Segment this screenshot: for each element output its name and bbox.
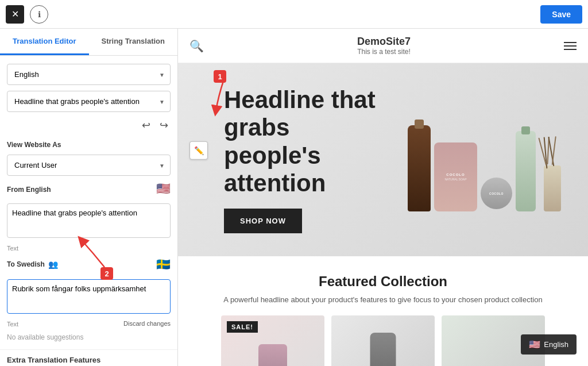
discard-changes-link[interactable]: Discard changes	[123, 320, 171, 327]
extra-features-header: Extra Translation Features	[0, 349, 177, 366]
product-reed-diffuser	[539, 142, 565, 211]
shop-now-button[interactable]: SHOP NOW	[224, 209, 302, 233]
product-card-2	[331, 315, 435, 366]
from-english-label: From English	[7, 186, 51, 194]
main-layout: Translation Editor String Translation En…	[0, 29, 588, 366]
edit-pencil-button[interactable]: ✏️	[189, 141, 208, 159]
site-title-block: DemoSite7 This is a test site!	[357, 36, 411, 56]
from-english-header: From English 🇺🇸	[7, 182, 171, 195]
language-flag-icon: 🇺🇸	[529, 339, 540, 350]
hero-products: COCOLO NATURAL SOAP COCOLO	[408, 108, 565, 211]
view-as-select-wrapper: Current User ▼	[7, 155, 171, 176]
language-switcher-button[interactable]: 🇺🇸 English	[521, 334, 577, 355]
right-content: 🔍 DemoSite7 This is a test site! 1	[178, 29, 588, 366]
hamburger-menu-icon[interactable]	[564, 42, 577, 50]
no-suggestions-text: No available suggestions	[7, 333, 171, 341]
close-button[interactable]: ✕	[6, 5, 24, 24]
hero-headline: Headline that grabspeople's attention	[224, 86, 408, 197]
undo-redo-controls: ↩ ↪	[7, 118, 171, 133]
featured-subtitle: A powerful headline about your product's…	[211, 295, 555, 304]
hamburger-line-3	[564, 49, 577, 50]
to-type-label: Text	[7, 321, 18, 328]
featured-title: Featured Collection	[189, 273, 577, 290]
left-panel: Translation Editor String Translation En…	[0, 29, 178, 366]
tab-translation-editor[interactable]: Translation Editor	[0, 29, 89, 55]
clear-bottle-cap	[521, 126, 530, 134]
hero-text: Headline that grabspeople's attention SH…	[212, 86, 408, 233]
from-english-textarea[interactable]	[7, 203, 171, 238]
language-button-label: English	[544, 340, 568, 349]
hamburger-line-1	[564, 42, 577, 43]
view-as-select[interactable]: Current User	[7, 155, 171, 176]
site-subtitle: This is a test site!	[357, 48, 411, 56]
hero-section: 1 ✏️ Headline that grabspeople's attenti…	[178, 63, 588, 256]
info-button[interactable]: ℹ	[30, 5, 48, 24]
product-jar-large: COCOLO NATURAL SOAP	[434, 142, 477, 211]
site-title: DemoSite7	[357, 36, 411, 48]
bottle-cap	[415, 120, 424, 129]
swedish-footer: Text Discard changes	[7, 319, 171, 328]
language-select[interactable]: English Swedish French German	[7, 64, 171, 85]
product-bottle-clear	[516, 131, 536, 211]
string-select-wrapper: Headline that grabs people's attention ▼	[7, 91, 171, 112]
product-grid: SALE!	[189, 315, 577, 366]
ai-icon: 👥	[48, 260, 58, 269]
panel-content: English Swedish French German ▼ Headline…	[0, 56, 177, 349]
product-bottle-tall	[408, 125, 431, 211]
view-as-label: View Website As	[7, 141, 171, 149]
tab-string-translation[interactable]: String Translation	[89, 29, 178, 55]
annotation-marker-1: 1	[214, 70, 226, 83]
top-bar: ✕ ℹ Save	[0, 0, 588, 29]
search-icon[interactable]: 🔍	[189, 39, 204, 53]
hamburger-line-2	[564, 45, 577, 47]
site-header: 🔍 DemoSite7 This is a test site!	[178, 29, 588, 63]
sale-badge: SALE!	[227, 321, 258, 333]
redo-button[interactable]: ↪	[157, 118, 171, 133]
undo-button[interactable]: ↩	[140, 118, 153, 133]
to-swedish-label: To Swedish	[7, 260, 45, 268]
to-swedish-left: To Swedish 👥	[7, 260, 58, 269]
to-swedish-header: To Swedish 👥 🇸🇪	[7, 257, 171, 271]
save-button[interactable]: Save	[540, 5, 582, 24]
to-swedish-textarea[interactable]	[7, 279, 171, 314]
to-flag-icon: 🇸🇪	[156, 257, 171, 271]
string-select[interactable]: Headline that grabs people's attention	[7, 91, 171, 112]
language-select-wrapper: English Swedish French German ▼	[7, 64, 171, 85]
from-flag-icon: 🇺🇸	[156, 182, 171, 195]
product-card-1: SALE!	[221, 315, 324, 366]
product-jar-small: COCOLO	[481, 178, 512, 209]
from-type-label: Text	[7, 245, 171, 252]
tabs: Translation Editor String Translation	[0, 29, 177, 56]
